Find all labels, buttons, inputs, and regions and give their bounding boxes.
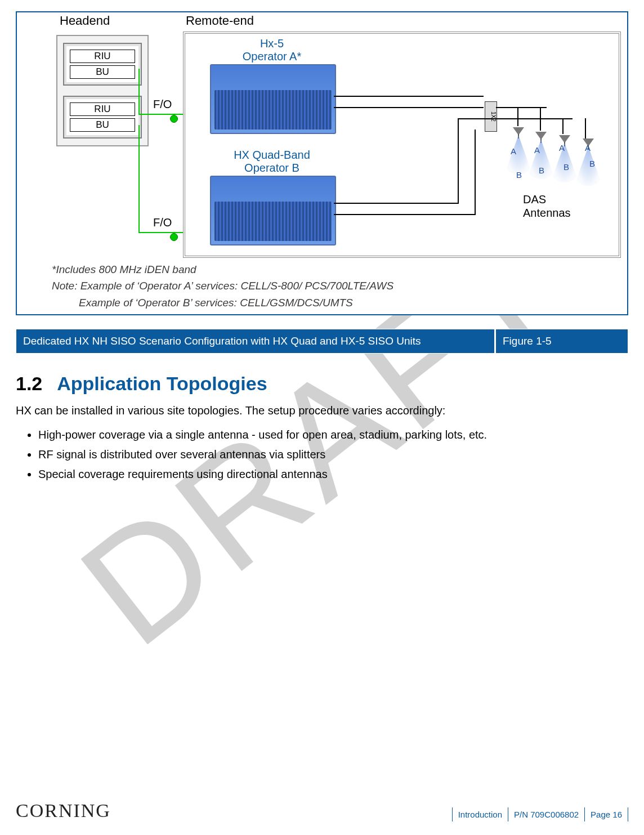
riu-row: BU	[70, 65, 135, 79]
rf-wire	[334, 96, 484, 97]
rf-wire	[334, 214, 475, 215]
corning-logo: CORNING	[16, 800, 111, 821]
section-heading: 1.2 Application Topologies	[16, 374, 628, 393]
beam-label: A	[534, 145, 540, 155]
headend-stack: RIU BU RIU BU	[56, 35, 149, 146]
figure-caption-text: Dedicated HX NH SISO Scenario Configurat…	[16, 329, 495, 354]
hx-quad-unit-icon	[210, 176, 336, 245]
beam-label: A	[511, 146, 516, 156]
page-footer: CORNING Introduction P/N 709C006802 Page…	[16, 800, 628, 821]
headend-label: Headend	[60, 14, 110, 28]
section-title: Application Topologies	[57, 374, 267, 393]
figure-frame: Headend Remote-end RIU BU RIU BU F/O	[16, 11, 628, 315]
rf-wire	[334, 107, 484, 108]
beam-label: B	[564, 162, 569, 172]
rf-wire	[458, 118, 496, 119]
svg-marker-2	[535, 132, 547, 140]
section-number: 1.2	[16, 374, 42, 393]
beam-label: B	[516, 170, 522, 180]
figure-number: Figure 1-5	[495, 329, 628, 354]
figure-caption-bar: Dedicated HX NH SISO Scenario Configurat…	[16, 329, 628, 354]
rf-wire	[334, 203, 458, 204]
footnote-opB: Example of ‘Operator B’ services: CELL/G…	[52, 294, 627, 311]
das-antennas-label: DAS Antennas	[523, 193, 571, 220]
footer-page: Page 16	[584, 807, 628, 821]
intro-paragraph: HX can be installed in various site topo…	[16, 403, 628, 418]
fo-label: F/O	[153, 98, 172, 111]
splitter-icon: 1X2	[485, 101, 497, 132]
unit-bottom-line1: HX Quad-Band	[234, 149, 310, 161]
rf-beam-icon	[504, 135, 533, 175]
remote-end-panel: Hx-5 Operator A* HX Quad-Band Operator B…	[183, 32, 621, 258]
unit-bottom-line2: Operator B	[244, 162, 299, 174]
fo-indicator-icon	[170, 233, 178, 241]
unit-top-line2: Operator A*	[243, 50, 302, 62]
hx5-unit-icon	[210, 64, 336, 134]
fo-line	[138, 232, 189, 233]
fo-label: F/O	[153, 216, 172, 229]
fo-line	[138, 69, 140, 115]
beam-label: B	[589, 159, 595, 168]
unit-top-line1: Hx-5	[260, 37, 284, 50]
fo-indicator-icon	[170, 115, 178, 123]
fo-line	[138, 125, 140, 233]
list-item: High-power coverage via a single antenna…	[38, 425, 628, 445]
riu-group: RIU BU	[63, 96, 142, 139]
unit-top-label: Hx-5 Operator A*	[210, 37, 334, 63]
beam-label: B	[539, 166, 544, 175]
rf-wire	[496, 107, 547, 108]
das-line2: Antennas	[523, 207, 571, 219]
svg-marker-0	[513, 127, 524, 135]
footnote-opA: Note: Example of ‘Operator A’ services: …	[52, 278, 627, 294]
footer-pn: P/N 709C006802	[508, 807, 584, 821]
riu-row: BU	[70, 118, 135, 132]
svg-marker-4	[559, 135, 570, 143]
rf-wire	[458, 118, 459, 204]
das-line1: DAS	[523, 193, 546, 206]
footer-right-block: Introduction P/N 709C006802 Page 16	[452, 807, 628, 821]
list-item: Special coverage requirements using dire…	[38, 465, 628, 484]
footer-section: Introduction	[452, 807, 508, 821]
remote-end-label: Remote-end	[186, 14, 254, 28]
list-item: RF signal is distributed over several an…	[38, 445, 628, 465]
beam-label: A	[585, 143, 591, 153]
riu-group: RIU BU	[63, 43, 142, 86]
topology-list: High-power coverage via a single antenna…	[16, 425, 628, 484]
beam-label: A	[559, 143, 565, 153]
riu-row: RIU	[70, 50, 135, 63]
fo-line	[138, 114, 189, 115]
unit-bottom-label: HX Quad-Band Operator B	[210, 149, 334, 175]
footnote-iden: *Includes 800 MHz iDEN band	[52, 261, 627, 278]
riu-row: RIU	[70, 102, 135, 116]
rf-wire	[475, 130, 476, 215]
